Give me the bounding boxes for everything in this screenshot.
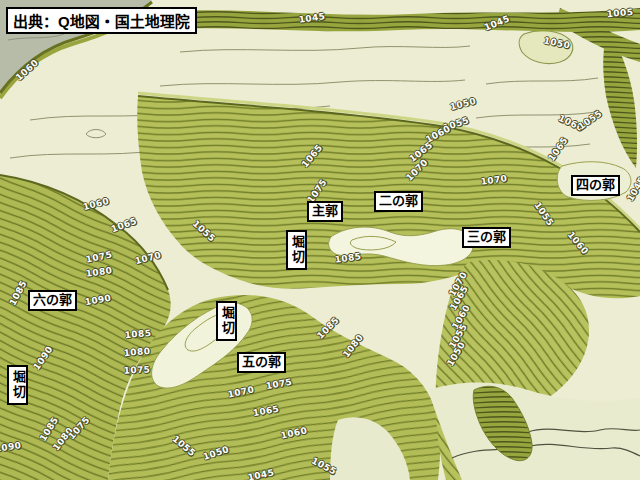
source-attribution-box: 出典：Q地図・国土地理院 — [6, 7, 197, 34]
terrain-layer — [0, 0, 640, 480]
topo-map: 1045104510501005106010601065105510751070… — [0, 0, 640, 480]
